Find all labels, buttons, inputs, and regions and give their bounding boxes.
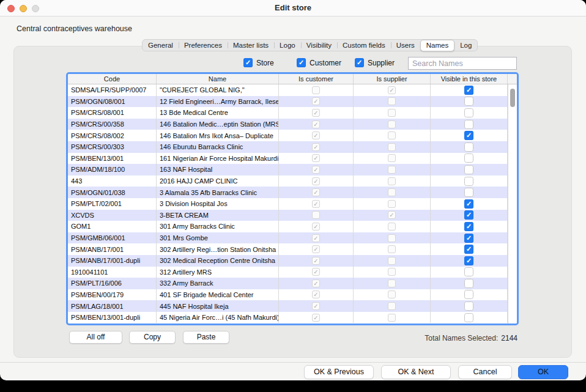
close-button[interactable] <box>7 5 15 12</box>
cell-visible-in-store: ✓ <box>431 243 508 255</box>
is-customer-checkbox: ✓ <box>312 177 320 185</box>
tab-visibility[interactable]: Visibility <box>301 40 337 51</box>
all-off-button[interactable]: All off <box>69 331 122 344</box>
visible-in-store-checkbox[interactable]: ✓ <box>464 245 473 254</box>
store-checkbox[interactable]: ✓ <box>243 58 253 67</box>
tab-general[interactable]: General <box>143 40 179 51</box>
cancel-button[interactable]: Cancel <box>458 365 512 379</box>
table-row[interactable]: PSM/CRS/00/358146 Batalion Medic…eptin S… <box>68 119 517 130</box>
window-title: Edit store <box>0 0 586 16</box>
store-filter[interactable]: ✓ Store <box>243 58 274 67</box>
visible-in-store-checkbox[interactable] <box>464 290 473 299</box>
table-row[interactable]: 4432016 HAJJ CAMP CLINIC✓ <box>68 176 517 187</box>
column-header-is-customer[interactable]: Is customer <box>279 74 354 84</box>
table-row[interactable]: PSM/CRS/08/002146 Batalion Mrs Ikot Ansa… <box>68 130 517 141</box>
cell-visible-in-store <box>431 187 508 198</box>
table-row[interactable]: PSM/GMB/06/001301 Mrs Gombe✓✓ <box>68 232 517 244</box>
table-row[interactable]: PSM/LAG/18/001445 NAF Hospital Ikeja✓ <box>68 300 517 312</box>
visible-in-store-checkbox[interactable] <box>464 142 473 152</box>
is-customer-checkbox: ✓ <box>312 131 320 139</box>
tab-master-lists[interactable]: Master lists <box>228 40 274 51</box>
visible-in-store-checkbox[interactable]: ✓ <box>464 234 473 243</box>
table-row[interactable]: PSM/ADM/18/100163 NAF Hospital✓ <box>68 164 517 176</box>
scrollbar-thumb[interactable] <box>510 89 515 107</box>
ok-next-button[interactable]: OK & Next <box>381 365 451 379</box>
visible-in-store-checkbox[interactable] <box>464 97 473 106</box>
visible-in-store-checkbox[interactable]: ✓ <box>464 86 473 95</box>
table-row[interactable]: 1910041101312 Artillery MRS✓ <box>68 267 517 278</box>
visible-in-store-checkbox[interactable] <box>464 153 473 163</box>
column-header-name[interactable]: Name <box>157 74 279 84</box>
visible-in-store-checkbox[interactable] <box>464 188 473 197</box>
table-row[interactable]: PSM/CRS/00/303146 Eburutu Barracks Clini… <box>68 141 517 153</box>
visible-in-store-checkbox[interactable] <box>464 267 473 276</box>
cell-name: 445 NAF Hospital Ikeja <box>157 300 279 312</box>
table-row[interactable]: PSM/OGN/01/0383 Alamala 35 Afb Barracks … <box>68 187 517 198</box>
cell-visible-in-store: ✓ <box>431 84 508 96</box>
visible-in-store-checkbox[interactable]: ✓ <box>464 256 473 265</box>
visible-in-store-checkbox[interactable] <box>464 313 473 322</box>
table-row[interactable]: PSM/OGN/08/00112 Field Engineeri…Army Ba… <box>68 96 517 108</box>
cell-visible-in-store <box>431 312 508 324</box>
total-names-value: 2144 <box>501 334 517 342</box>
table-row[interactable]: PSM/CRS/08/00113 Bde Medical Centre✓ <box>68 107 517 119</box>
store-name-label: Central contraceptives warehouse <box>17 24 132 33</box>
cell-code: 1910041101 <box>68 267 157 278</box>
visible-in-store-checkbox[interactable] <box>464 165 473 174</box>
table-row[interactable]: PSM/BEN/00/179401 SF Brigade Medical Cen… <box>68 289 517 301</box>
tab-custom-fields[interactable]: Custom fields <box>337 40 391 51</box>
paste-button[interactable]: Paste <box>183 331 229 344</box>
column-header-is-supplier[interactable]: Is supplier <box>354 74 431 84</box>
supplier-filter[interactable]: ✓ Supplier <box>355 58 395 67</box>
tab-names[interactable]: Names <box>420 40 454 51</box>
cell-is-customer: ✓ <box>279 312 354 324</box>
table-row[interactable]: PSM/PLT/02/0013 Division Hospital Jos✓✓ <box>68 198 517 210</box>
visible-in-store-checkbox[interactable]: ✓ <box>464 131 473 140</box>
cell-is-customer: ✓ <box>279 267 354 278</box>
visible-in-store-checkbox[interactable]: ✓ <box>464 222 473 231</box>
visible-in-store-checkbox[interactable]: ✓ <box>464 210 473 220</box>
column-header-code[interactable]: Code <box>68 74 157 84</box>
ok-previous-button[interactable]: OK & Previous <box>304 365 374 379</box>
tab-preferences[interactable]: Preferences <box>179 40 228 51</box>
visible-in-store-checkbox[interactable] <box>464 108 473 117</box>
tab-log[interactable]: Log <box>454 40 477 51</box>
table-header: CodeNameIs customerIs supplierVisible in… <box>68 74 517 84</box>
table-row[interactable]: PSM/PLT/16/006332 Army Barrack✓ <box>68 278 517 289</box>
tab-logo[interactable]: Logo <box>274 40 301 51</box>
tab-users[interactable]: Users <box>391 40 420 51</box>
visible-in-store-checkbox[interactable] <box>464 120 473 129</box>
cell-visible-in-store <box>431 176 508 187</box>
cell-code: GOM1 <box>68 221 157 232</box>
column-header-visible-in-this-store[interactable]: Visible in this store <box>431 74 508 84</box>
vertical-scrollbar[interactable] <box>508 84 517 324</box>
cell-is-customer: ✓ <box>279 164 354 176</box>
customer-checkbox[interactable]: ✓ <box>297 58 306 67</box>
visible-in-store-checkbox[interactable] <box>464 279 473 288</box>
is-supplier-checkbox <box>388 223 396 231</box>
supplier-checkbox[interactable]: ✓ <box>355 58 364 67</box>
cell-code: PSM/BEN/00/179 <box>68 289 157 301</box>
table-row[interactable]: PSM/ANB/17/001-dupli302 Medical Receptio… <box>68 255 517 267</box>
supplier-checkbox-label: Supplier <box>368 59 395 67</box>
visible-in-store-checkbox[interactable] <box>464 301 473 311</box>
minimize-button[interactable] <box>20 5 27 12</box>
table-row[interactable]: XCVDS3-BETA CREAM✓✓ <box>68 210 517 221</box>
cell-is-supplier <box>354 232 431 244</box>
cell-visible-in-store <box>431 107 508 119</box>
is-customer-checkbox: ✓ <box>312 290 320 298</box>
cell-name: 301 Army Barracks Clinic <box>157 221 279 232</box>
copy-button[interactable]: Copy <box>129 331 176 344</box>
is-customer-checkbox: ✓ <box>312 154 320 162</box>
visible-in-store-checkbox[interactable]: ✓ <box>464 199 473 209</box>
table-row[interactable]: GOM1301 Army Barracks Clinic✓✓ <box>68 221 517 232</box>
table-row[interactable]: PSM/BEN/13/001161 Nigerian Air Force Hos… <box>68 153 517 165</box>
cell-code: PSM/BEN/13/001-dupli <box>68 312 157 324</box>
search-names-input[interactable] <box>408 57 517 70</box>
visible-in-store-checkbox[interactable] <box>464 177 473 186</box>
table-row[interactable]: PSM/BEN/13/001-dupli45 Nigeria Air Forc…… <box>68 312 517 324</box>
table-row[interactable]: PSM/ANB/17/001302 Artillery Regi…tion St… <box>68 243 517 255</box>
table-row[interactable]: SDMSA/LFR/SUPP/0007"CUREJECT GLOBAL NIG,… <box>68 84 517 96</box>
customer-filter[interactable]: ✓ Customer <box>297 58 341 67</box>
ok-button[interactable]: OK <box>518 365 568 379</box>
